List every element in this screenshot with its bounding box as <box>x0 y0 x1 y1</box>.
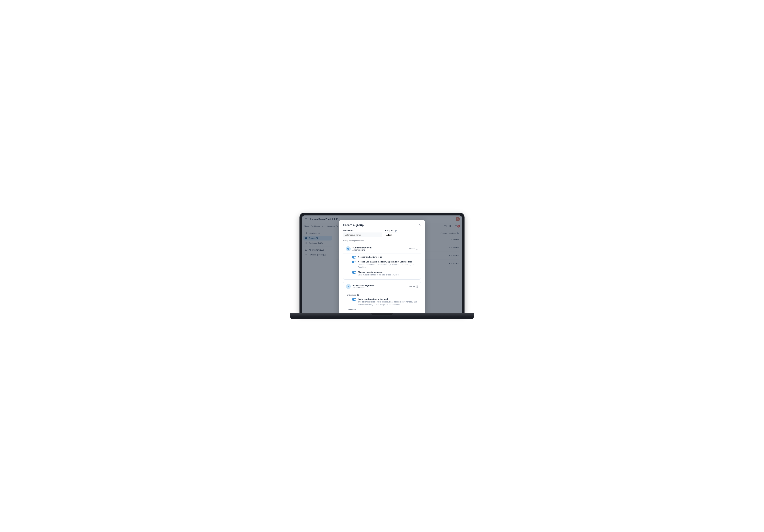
chevron-up-circle-icon <box>416 248 418 250</box>
chevron-up-circle-icon <box>416 285 418 288</box>
permission-label: Access and manage the following menus in… <box>358 261 412 263</box>
permission-desc: This action is available when this group… <box>358 301 418 306</box>
gear-icon <box>346 246 351 251</box>
permission-label: Manage investor contacts <box>358 271 382 273</box>
section-title: Fund management <box>352 246 406 249</box>
close-button[interactable] <box>418 223 421 227</box>
fund-management-section: Fund management All permissions Collapse <box>343 244 421 280</box>
group-name-label: Group name <box>343 229 382 232</box>
envelope-icon <box>357 294 359 296</box>
laptop-device-frame: Anduin Demo Fund III L.P. TL Master Dash… <box>290 213 474 319</box>
permission-label: Invite new investors to the fund <box>358 298 388 300</box>
invitations-subsection: Invitations <box>347 294 418 296</box>
pencil-icon <box>346 284 351 289</box>
group-name-input[interactable] <box>343 232 382 237</box>
group-role-label: Group role ? <box>385 229 398 232</box>
investor-management-section: Investor management All permissions Coll… <box>343 282 421 313</box>
svg-point-12 <box>416 286 418 288</box>
permission-label: Access fund activity logs <box>358 256 382 258</box>
modal-title: Create a group <box>343 223 364 227</box>
chevron-down-icon <box>395 234 396 236</box>
permission-desc: View investor contacts in the fund or ad… <box>358 274 399 276</box>
help-icon[interactable]: ? <box>395 230 397 232</box>
collapse-button[interactable]: Collapse <box>408 248 418 250</box>
screen-area: Anduin Demo Fund III L.P. TL Master Dash… <box>302 215 462 313</box>
svg-point-10 <box>348 248 348 249</box>
permission-desc: General, Documents, Points of contact, C… <box>358 263 418 269</box>
permissions-label: Set up group permissions <box>343 240 421 242</box>
toggle-activity-logs[interactable] <box>352 256 356 258</box>
svg-point-11 <box>416 248 418 250</box>
modal-overlay: Create a group Group name <box>302 215 462 313</box>
section-subtitle: All permissions <box>352 249 406 251</box>
close-icon <box>418 223 421 226</box>
collapse-button[interactable]: Collapse <box>408 285 418 288</box>
section-title: Investor management <box>352 284 406 287</box>
comments-subsection: Comments <box>347 309 418 311</box>
section-subtitle: All permissions <box>352 287 406 289</box>
toggle-investor-contacts[interactable] <box>352 271 356 274</box>
group-role-select[interactable]: Admin <box>385 232 398 237</box>
create-group-modal: Create a group Group name <box>339 220 425 313</box>
toggle-settings-menus[interactable] <box>352 261 356 263</box>
toggle-invite-investors[interactable] <box>352 298 356 301</box>
